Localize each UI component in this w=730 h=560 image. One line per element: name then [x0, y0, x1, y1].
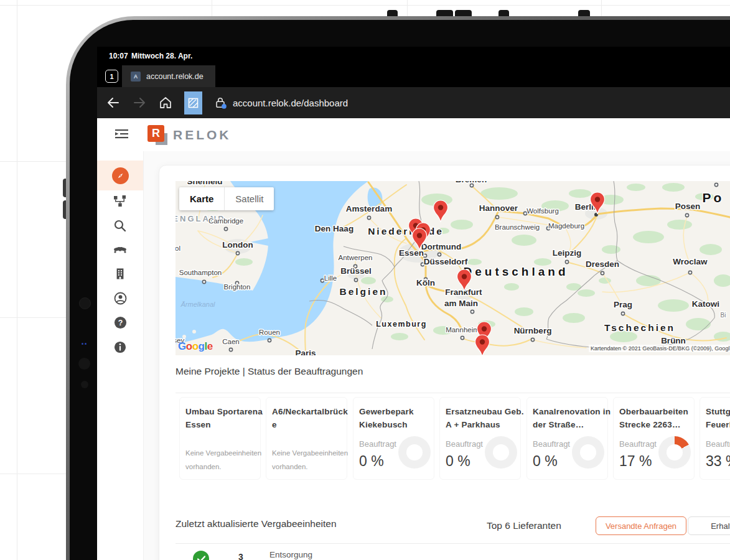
- project-card[interactable]: A6/Neckartalbrücke Keine Vergabeeinheite…: [266, 397, 347, 480]
- versandte-anfragen-button[interactable]: Versandte Anfragen: [596, 516, 686, 535]
- city-dot: [470, 310, 474, 313]
- google-logo-letter: g: [199, 340, 205, 352]
- map-label: Antwerpen: [339, 254, 373, 261]
- status-bar: 10:07 Mittwoch 28. Apr.: [97, 47, 730, 65]
- map-label: Essen: [399, 248, 424, 258]
- page: { "device": { "time": "10:07", "date": "…: [0, 0, 730, 560]
- project-card[interactable]: OberbauarbeitenStrecke 2263… Beauftragt …: [613, 397, 695, 480]
- sidebar-item-partners[interactable]: [97, 237, 143, 262]
- map-label: tol: [175, 245, 180, 252]
- sidebar-item-account[interactable]: [97, 286, 143, 310]
- background-grid-line: [0, 5, 730, 6]
- address-bar[interactable]: account.relok.de/dashboard: [213, 95, 348, 110]
- city-dot: [268, 338, 271, 342]
- project-stat-value: 33 %: [706, 453, 730, 470]
- map-type-karte-button[interactable]: Karte: [179, 187, 224, 210]
- map-label: Dresden: [586, 259, 619, 269]
- map-label: Brighton: [224, 283, 251, 291]
- sidebar-item-search[interactable]: [97, 213, 143, 238]
- sidebar-item-projects[interactable]: [97, 189, 143, 213]
- sidebar-item-info[interactable]: [97, 335, 143, 360]
- map-label: Belgien: [340, 286, 388, 297]
- lieferanten-section-title: Top 6 Lieferanten: [487, 520, 561, 531]
- map-label: Magdeburg: [548, 222, 584, 230]
- lock-icon: [213, 95, 227, 110]
- google-logo[interactable]: Google: [178, 340, 213, 353]
- map-label: Southampton: [179, 269, 222, 276]
- vergabeeinheiten-section-title: Zuletzt aktualisierte Vergabeeinheiten: [175, 518, 337, 530]
- google-logo-letter: o: [186, 340, 192, 352]
- map-label: Köln: [416, 278, 435, 287]
- sidebar-item-dashboard[interactable]: [97, 161, 143, 190]
- dashboard-page: R RELOK: [97, 118, 730, 560]
- map-label: Amsterdam: [346, 204, 392, 213]
- projects-map[interactable]: SheffieldENGLANDCambridgeLondontolSoutha…: [175, 181, 730, 355]
- info-icon: [114, 341, 126, 353]
- projects-section-title: Meine Projekte | Status der Beauftragung…: [175, 366, 363, 377]
- brand-name: RELOK: [173, 128, 232, 142]
- project-title: Ersatzneubau Geb.A + Parkhaus: [446, 405, 515, 431]
- city-dot: [601, 271, 604, 274]
- map-label: Brüssel: [340, 266, 372, 276]
- map-label: Leipzig: [553, 248, 582, 258]
- tab-count-button[interactable]: 1: [105, 70, 118, 83]
- map-label: Bremen: [456, 181, 487, 184]
- svg-text:?: ?: [118, 318, 123, 327]
- project-card[interactable]: GewerbeparkKiekebusch Beauftragt 0 %: [353, 397, 434, 480]
- project-title: OberbauarbeitenStrecke 2263…: [619, 405, 688, 431]
- back-icon[interactable]: [106, 95, 121, 110]
- background-grid-line: [17, 0, 17, 560]
- city-dot: [470, 184, 473, 187]
- map-type-satellit-button[interactable]: Satellit: [224, 187, 274, 210]
- city-dot: [367, 216, 370, 219]
- map-label: am Main: [444, 299, 478, 308]
- erhaltene-button[interactable]: Erhaltene: [688, 516, 730, 535]
- donut-chart: [572, 436, 604, 469]
- sidebar: ?: [97, 151, 144, 560]
- logo-square: R: [147, 125, 164, 142]
- forward-icon[interactable]: [132, 95, 147, 110]
- map-label: Wolfsburg: [526, 207, 559, 215]
- map-label: Den Haag: [315, 224, 353, 233]
- sidebar-item-help[interactable]: ?: [97, 310, 143, 335]
- tablet-sensor: [85, 343, 87, 345]
- site-favicon-tile[interactable]: [184, 91, 202, 114]
- map-label: Bi: [721, 312, 726, 319]
- map-label: Prag: [614, 300, 632, 309]
- project-card[interactable]: Ersatzneubau Geb.A + Parkhaus Beauftragt…: [439, 397, 521, 480]
- map-label: Deutschland: [463, 265, 568, 278]
- home-icon[interactable]: [158, 95, 173, 110]
- project-title: Kanalrenovation inder Straße…: [533, 405, 602, 431]
- google-logo-letter: e: [207, 340, 213, 352]
- divider: [175, 543, 730, 544]
- tablet-sensor: [82, 343, 83, 345]
- city-dot: [714, 183, 718, 186]
- project-card[interactable]: Kanalrenovation inder Straße… Beauftragt…: [526, 397, 608, 480]
- hierarchy-icon: [114, 195, 126, 207]
- vergabe-label[interactable]: Entsorgung: [269, 550, 312, 559]
- relok-logo[interactable]: R: [147, 125, 176, 145]
- compass-icon: [112, 167, 129, 184]
- tablet-camera: [78, 358, 90, 370]
- google-logo-letter: o: [192, 340, 199, 352]
- help-icon: ?: [114, 316, 127, 329]
- tab-title: account.relok.de: [146, 72, 204, 81]
- city-dot: [224, 227, 227, 230]
- donut-chart: [658, 436, 691, 469]
- tab-favicon: A: [131, 72, 141, 82]
- map-label: Düsseldorf: [424, 257, 468, 266]
- handshake-icon: [113, 245, 127, 254]
- tablet-camera: [81, 381, 88, 388]
- project-stat-label: Beauftragt: [706, 439, 730, 449]
- vergabe-count: 3: [238, 552, 243, 560]
- donut-chart: [485, 436, 517, 469]
- sidebar-item-companies[interactable]: [97, 261, 143, 286]
- map-label: Niederlande: [368, 226, 444, 236]
- search-icon: [114, 220, 126, 232]
- menu-toggle-button[interactable]: [115, 127, 129, 142]
- project-empty-text: Keine Vergabeeinheitenvorhanden.: [185, 446, 255, 474]
- project-title: A6/Neckartalbrücke: [272, 405, 341, 431]
- project-card[interactable]: StuttgFeuerl Beauftragt 33 %: [700, 397, 730, 480]
- browser-tab[interactable]: A account.relok.de: [122, 65, 215, 87]
- project-card[interactable]: Umbau SportarenaEssen Keine Vergabeeinhe…: [179, 397, 261, 480]
